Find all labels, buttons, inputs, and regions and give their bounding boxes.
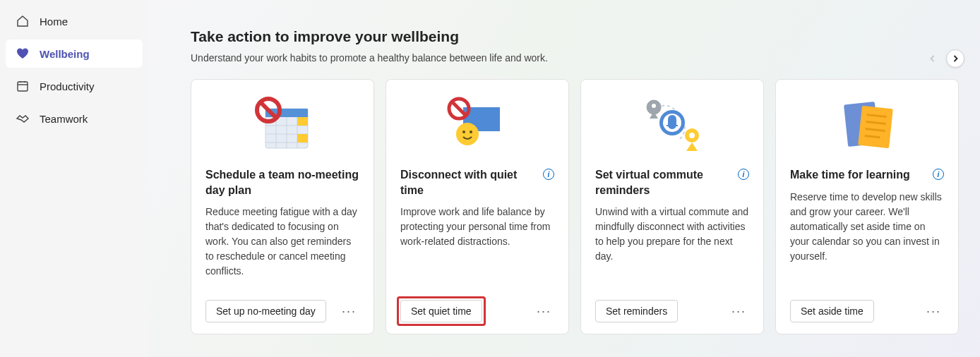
page-subtitle: Understand your work habits to promote a…	[191, 52, 980, 63]
highlight-box: Set quiet time	[397, 296, 486, 326]
more-options-icon[interactable]: ···	[339, 302, 359, 320]
carousel-nav	[924, 49, 964, 68]
info-icon[interactable]: i	[933, 169, 944, 180]
svg-rect-12	[297, 117, 308, 126]
card-description: Reduce meeting fatigue with a day that's…	[205, 205, 359, 279]
handshake-icon	[16, 111, 30, 126]
svg-point-17	[462, 131, 465, 133]
set-reminders-button[interactable]: Set reminders	[595, 300, 678, 322]
set-quiet-time-button[interactable]: Set quiet time	[400, 300, 482, 322]
sidebar-item-productivity[interactable]: Productivity	[6, 72, 143, 100]
sidebar-item-label: Home	[40, 16, 68, 28]
quiet-time-illustration	[400, 92, 554, 157]
info-icon[interactable]: i	[738, 169, 749, 180]
virtual-commute-illustration	[595, 92, 749, 157]
wellbeing-card: Disconnect with quiet time i Improve wor…	[386, 79, 569, 334]
svg-point-18	[470, 131, 472, 133]
sidebar-item-home[interactable]: Home	[6, 7, 143, 35]
sidebar-item-label: Productivity	[40, 80, 95, 92]
set-aside-time-button[interactable]: Set aside time	[790, 300, 874, 322]
card-description: Improve work and life balance by protect…	[400, 205, 554, 249]
card-description: Unwind with a virtual commute and mindfu…	[595, 205, 749, 264]
sidebar-item-wellbeing[interactable]: Wellbeing	[6, 40, 143, 68]
more-options-icon[interactable]: ···	[924, 302, 944, 320]
more-options-icon[interactable]: ···	[729, 302, 749, 320]
card-title: Disconnect with quiet time	[400, 167, 537, 198]
wellbeing-card: Make time for learning i Reserve time to…	[775, 79, 959, 334]
svg-rect-13	[297, 134, 308, 143]
cards-row: Schedule a team no-meeting day plan Redu…	[191, 79, 980, 334]
wellbeing-card: Set virtual commute reminders i Unwind w…	[580, 79, 764, 334]
info-icon[interactable]: i	[543, 169, 554, 180]
svg-point-16	[456, 123, 479, 145]
sidebar: Home Wellbeing Productivity Teamwork	[0, 0, 148, 357]
sidebar-item-label: Wellbeing	[40, 48, 90, 60]
heart-icon	[16, 47, 30, 61]
svg-rect-28	[858, 106, 893, 148]
main-content: Take action to improve your wellbeing Un…	[148, 0, 980, 357]
no-meeting-day-illustration	[205, 92, 359, 157]
sidebar-item-label: Teamwork	[40, 113, 88, 125]
svg-point-26	[689, 133, 695, 138]
more-options-icon[interactable]: ···	[534, 302, 554, 320]
carousel-next-button[interactable]	[946, 49, 964, 68]
set-up-no-meeting-day-button[interactable]: Set up no-meeting day	[205, 300, 326, 322]
home-icon	[16, 14, 30, 28]
carousel-prev-button[interactable]	[924, 49, 942, 68]
svg-point-22	[652, 104, 656, 108]
wellbeing-card: Schedule a team no-meeting day plan Redu…	[191, 79, 374, 334]
card-title: Set virtual commute reminders	[595, 167, 732, 198]
svg-rect-0	[18, 82, 28, 91]
card-title: Make time for learning	[790, 167, 927, 183]
sidebar-item-teamwork[interactable]: Teamwork	[6, 104, 143, 133]
card-description: Reserve time to develop new skills and g…	[790, 190, 944, 264]
learning-illustration	[790, 92, 944, 157]
calendar-icon	[16, 79, 30, 93]
card-title: Schedule a team no-meeting day plan	[205, 167, 359, 198]
page-title: Take action to improve your wellbeing	[191, 28, 980, 45]
